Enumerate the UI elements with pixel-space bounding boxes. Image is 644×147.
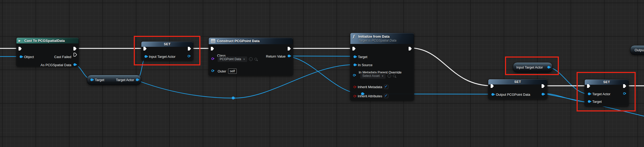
exec-out-pin[interactable] — [541, 84, 545, 88]
construct-icon — [211, 39, 215, 43]
blueprint-canvas[interactable]: ▶→ Cast To PCGSpatialData Object Cast Fa… — [0, 0, 644, 147]
as-pcgspatial-data-pin[interactable] — [73, 63, 76, 66]
asset-select[interactable]: Select Asset ∨ — [360, 73, 386, 79]
cast-icon: ▶→ — [19, 39, 23, 42]
cast-failed-exec-pin[interactable] — [73, 53, 77, 57]
set-output-pin[interactable] — [542, 93, 544, 95]
inherit-metadata-label: Inherit Metadata — [358, 85, 382, 89]
node-header[interactable]: SET — [488, 79, 547, 84]
reroute-node[interactable] — [232, 97, 235, 99]
node-initialize-from-data[interactable]: ƒ Initialize from Data Target is PCGSpat… — [350, 33, 414, 101]
inherit-attributes-pin[interactable] — [353, 95, 356, 97]
in-source-label: In Source — [358, 63, 373, 67]
inherit-metadata-pin[interactable] — [353, 86, 356, 88]
class-select[interactable]: PCGPoint Data ∨ — [218, 56, 247, 62]
object-pin-label: Object — [24, 55, 34, 59]
node-subtitle: Target is PCGSpatial Data — [358, 39, 396, 42]
outer-value-field[interactable]: self — [228, 69, 237, 74]
highlight-rect-set-target-actor-target — [577, 72, 636, 111]
output-partial-label: Outpu — [635, 48, 644, 52]
return-value-label: Return Value — [266, 54, 286, 58]
object-pin[interactable] — [20, 55, 22, 58]
in-source-pin[interactable] — [353, 64, 356, 66]
highlight-rect-set-input-target-actor — [134, 36, 200, 65]
chevron-down-icon: ∨ — [382, 75, 384, 77]
browse-search-icon[interactable] — [393, 75, 396, 77]
class-pin[interactable] — [211, 58, 214, 60]
asset-select-value: Select Asset — [362, 74, 380, 78]
node-get-target-actor[interactable]: Target Target Actor — [87, 75, 141, 85]
output-pcgpoint-data-pin[interactable] — [491, 93, 494, 96]
highlight-rect-get-input-target-actor — [505, 56, 559, 75]
class-select-value: PCGPoint Data — [220, 57, 241, 61]
node-cast-to-pcgspatialdata[interactable]: ▶→ Cast To PCGSpatialData Object Cast Fa… — [16, 37, 79, 67]
node-title: SET — [514, 80, 521, 84]
reset-icon[interactable]: ← — [249, 57, 253, 61]
exec-out-pin[interactable] — [287, 47, 291, 51]
exec-in-pin[interactable] — [18, 47, 22, 51]
in-metadata-pin[interactable] — [353, 74, 355, 76]
target-actor-out-pin[interactable] — [136, 78, 138, 81]
exec-out-pin[interactable] — [73, 47, 77, 51]
exec-in-pin[interactable] — [352, 47, 356, 51]
target-label: Target — [358, 55, 367, 59]
as-pcgspatial-data-label: As PCGSpatial Data — [40, 63, 71, 67]
outer-label: Outer — [218, 69, 226, 73]
outer-pin[interactable] — [211, 70, 214, 72]
target-pin[interactable] — [353, 55, 356, 58]
node-construct-pcgpoint-data[interactable]: Construct PCGPoint Data Class PCGPoint D… — [208, 37, 293, 76]
target-in-pin[interactable] — [90, 78, 93, 81]
node-set-output-pcgpoint-data[interactable]: SET Output PCGPoint Data — [488, 79, 547, 99]
target-in-label: Target — [95, 78, 104, 82]
exec-init-to-set2 — [409, 48, 493, 86]
node-header[interactable]: ƒ Initialize from Data Target is PCGSpat… — [350, 33, 414, 44]
exec-out-pin[interactable] — [408, 47, 412, 51]
node-output-partial[interactable]: Outpu — [630, 45, 644, 55]
node-title: Cast To PCGSpatialData — [24, 39, 65, 43]
browse-search-icon[interactable] — [254, 58, 257, 60]
function-icon: ƒ — [353, 34, 354, 38]
node-header[interactable]: ▶→ Cast To PCGSpatialData — [16, 38, 79, 43]
reroute-node[interactable] — [361, 92, 364, 95]
cast-failed-label: Cast Failed — [54, 55, 71, 59]
inherit-attributes-checkbox[interactable] — [384, 94, 388, 98]
reset-icon[interactable]: ← — [387, 74, 391, 78]
return-value-pin[interactable] — [288, 55, 290, 57]
exec-in-pin[interactable] — [490, 84, 494, 88]
wire-returnvalue-to-target — [283, 56, 355, 56]
output-pcgpoint-data-label: Output PCGPoint Data — [496, 93, 530, 97]
exec-in-pin[interactable] — [211, 47, 214, 51]
target-actor-out-label: Target Actor — [116, 78, 134, 82]
node-title: Construct PCGPoint Data — [217, 39, 260, 43]
node-title: Initialize from Data — [358, 35, 390, 38]
chevron-down-icon: ∨ — [243, 58, 245, 60]
inherit-metadata-checkbox[interactable] — [384, 85, 388, 89]
node-header[interactable]: Construct PCGPoint Data — [209, 38, 293, 44]
